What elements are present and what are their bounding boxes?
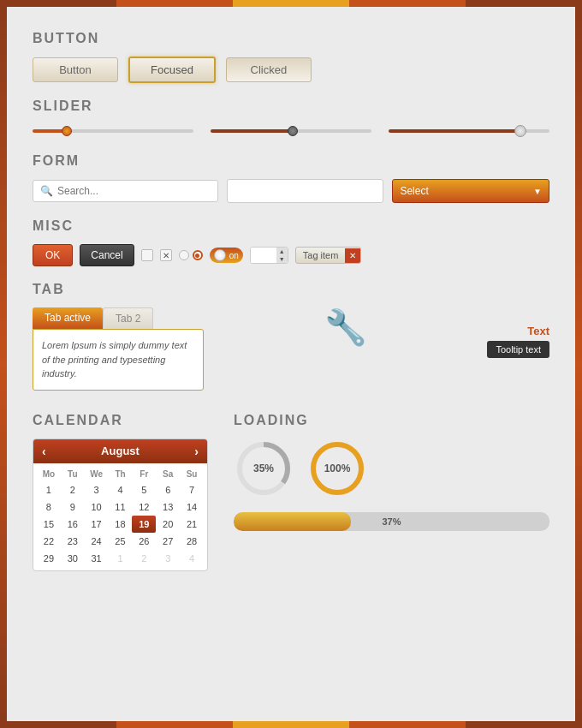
cal-day[interactable]: 4 bbox=[109, 481, 133, 498]
cal-day[interactable]: 29 bbox=[37, 550, 61, 567]
cal-day[interactable]: 10 bbox=[85, 498, 109, 516]
bottom-bar-segment bbox=[349, 721, 466, 728]
cal-day[interactable]: 2 bbox=[61, 481, 85, 498]
cal-day[interactable]: 12 bbox=[132, 498, 156, 516]
cal-day[interactable]: 21 bbox=[180, 516, 204, 533]
misc-section: MISC OK Cancel ✕ on 0.2 ▲ ▼ Tag bbox=[33, 218, 549, 266]
toggle-switch[interactable]: on bbox=[210, 248, 243, 263]
cal-day[interactable]: 1 bbox=[37, 481, 61, 498]
calendar-month-label: August bbox=[101, 445, 140, 457]
slider-section-label: SLIDER bbox=[33, 98, 549, 114]
day-header-we: We bbox=[85, 467, 109, 481]
slider-2[interactable] bbox=[211, 124, 371, 138]
radio-group bbox=[179, 250, 203, 260]
cal-day[interactable]: 24 bbox=[85, 533, 109, 550]
tab-container: Tab active Tab 2 Lorem Ipsum is simply d… bbox=[33, 307, 549, 391]
cal-day-other[interactable]: 3 bbox=[156, 550, 180, 567]
cal-day[interactable]: 13 bbox=[156, 498, 180, 516]
progress-bar-label: 37% bbox=[382, 516, 401, 527]
select-dropdown[interactable]: Select ▼ bbox=[392, 179, 549, 203]
number-input-wrapper[interactable]: 0.2 ▲ ▼ bbox=[250, 247, 288, 264]
misc-section-label: MISC bbox=[33, 218, 549, 234]
calendar-section: CALENDAR ‹ August › Mo Tu We Th Fr Sa Su bbox=[33, 406, 208, 571]
cal-day[interactable]: 30 bbox=[61, 550, 85, 567]
decrement-arrow[interactable]: ▼ bbox=[276, 255, 288, 263]
loading-section: LOADING 35% 100% bbox=[234, 406, 549, 571]
toggle-label: on bbox=[229, 251, 239, 260]
slider-3[interactable] bbox=[389, 124, 549, 138]
text-input[interactable]: Input bbox=[227, 179, 384, 203]
cal-day[interactable]: 14 bbox=[180, 498, 204, 516]
tab-active[interactable]: Tab active bbox=[33, 307, 103, 329]
cal-day[interactable]: 6 bbox=[156, 481, 180, 498]
cal-day[interactable]: 3 bbox=[85, 481, 109, 498]
cal-day[interactable]: 22 bbox=[37, 533, 61, 550]
cal-day[interactable]: 7 bbox=[180, 481, 204, 498]
day-header-fr: Fr bbox=[132, 467, 156, 481]
slider-thumb-2[interactable] bbox=[288, 126, 298, 136]
cal-day[interactable]: 20 bbox=[156, 516, 180, 533]
cal-day[interactable]: 28 bbox=[180, 533, 204, 550]
select-label: Select bbox=[400, 185, 428, 197]
tab-section: TAB Tab active Tab 2 Lorem Ipsum is simp… bbox=[33, 282, 549, 391]
day-header-sa: Sa bbox=[156, 467, 180, 481]
tag-label: Tag item bbox=[296, 248, 346, 263]
cal-day-today[interactable]: 19 bbox=[132, 516, 156, 533]
main-content: BUTTON Button Focused Clicked SLIDER bbox=[7, 7, 575, 721]
radio-unselected[interactable] bbox=[179, 250, 189, 260]
calendar-prev-button[interactable]: ‹ bbox=[42, 445, 46, 458]
checkbox-x[interactable]: ✕ bbox=[160, 249, 172, 261]
cal-day[interactable]: 8 bbox=[37, 498, 61, 516]
tooltip-trigger-text[interactable]: Text bbox=[527, 325, 549, 337]
cal-day[interactable]: 23 bbox=[61, 533, 85, 550]
circle-progress-100: 100% bbox=[307, 439, 367, 498]
button-section: BUTTON Button Focused Clicked bbox=[33, 31, 549, 83]
ok-button[interactable]: OK bbox=[33, 244, 73, 266]
cal-day[interactable]: 17 bbox=[85, 516, 109, 533]
top-bar-segment bbox=[466, 0, 582, 7]
focused-button[interactable]: Focused bbox=[128, 57, 216, 83]
slider-track-2 bbox=[211, 129, 371, 133]
normal-button[interactable]: Button bbox=[33, 57, 118, 82]
calendar-next-button[interactable]: › bbox=[194, 445, 199, 458]
cal-day[interactable]: 9 bbox=[61, 498, 85, 516]
day-header-su: Su bbox=[180, 467, 204, 481]
loading-circles: 35% 100% bbox=[234, 439, 549, 498]
slider-section: SLIDER bbox=[33, 98, 549, 138]
top-bar-segment bbox=[233, 0, 349, 7]
cal-day[interactable]: 27 bbox=[156, 533, 180, 550]
button-row: Button Focused Clicked bbox=[33, 57, 549, 83]
clicked-button[interactable]: Clicked bbox=[226, 57, 312, 82]
search-input[interactable] bbox=[57, 185, 211, 197]
cal-day[interactable]: 26 bbox=[132, 533, 156, 550]
tab-section-label: TAB bbox=[33, 282, 549, 297]
cal-day[interactable]: 11 bbox=[109, 498, 133, 516]
checkbox-unchecked[interactable] bbox=[141, 249, 153, 261]
calendar-week-1: 1 2 3 4 5 6 7 bbox=[37, 481, 204, 498]
radio-selected[interactable] bbox=[193, 250, 203, 260]
calendar: ‹ August › Mo Tu We Th Fr Sa Su 1 bbox=[33, 439, 208, 571]
cancel-button[interactable]: Cancel bbox=[80, 244, 134, 266]
slider-1[interactable] bbox=[33, 124, 193, 138]
cal-day[interactable]: 31 bbox=[85, 550, 109, 567]
bottom-bar-segment bbox=[466, 721, 582, 728]
cal-day[interactable]: 18 bbox=[109, 516, 133, 533]
cal-day[interactable]: 16 bbox=[61, 516, 85, 533]
cal-day-other[interactable]: 2 bbox=[132, 550, 156, 567]
number-input[interactable]: 0.2 bbox=[251, 248, 276, 263]
top-bar-segment bbox=[0, 0, 116, 7]
tab-inactive[interactable]: Tab 2 bbox=[103, 307, 153, 329]
tooltip-box: Tooltip text bbox=[487, 341, 549, 358]
tag-close-button[interactable]: ✕ bbox=[345, 248, 360, 263]
cal-day-other[interactable]: 4 bbox=[180, 550, 204, 567]
slider-thumb-3[interactable] bbox=[514, 125, 526, 137]
search-field-wrapper[interactable]: 🔍 bbox=[33, 180, 218, 202]
increment-arrow[interactable]: ▲ bbox=[276, 248, 288, 255]
cal-day[interactable]: 15 bbox=[37, 516, 61, 533]
slider-thumb-1[interactable] bbox=[62, 126, 72, 136]
cal-day-other[interactable]: 1 bbox=[109, 550, 133, 567]
cal-day[interactable]: 5 bbox=[132, 481, 156, 498]
tab-widget: Tab active Tab 2 Lorem Ipsum is simply d… bbox=[33, 307, 204, 391]
search-icon: 🔍 bbox=[40, 185, 53, 197]
cal-day[interactable]: 25 bbox=[109, 533, 133, 550]
